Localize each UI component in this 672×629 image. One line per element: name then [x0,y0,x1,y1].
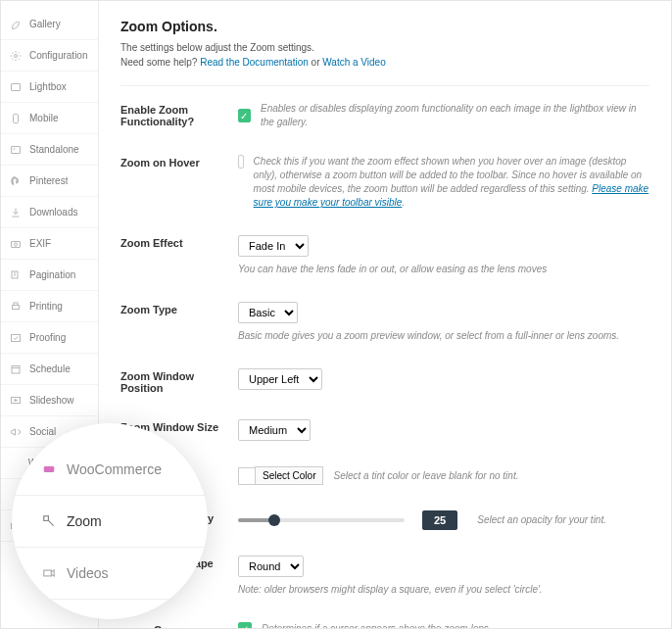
page-title: Zoom Options. [120,19,649,34]
svg-rect-3 [11,146,20,153]
sidebar-item-lightbox[interactable]: Lightbox [1,72,98,103]
sidebar-label: Pagination [29,269,75,280]
sidebar-item-schedule[interactable]: Schedule [1,354,98,385]
lens-select[interactable]: Round [238,556,304,577]
sidebar-label: Gallery [29,19,61,29]
cart-icon [9,457,21,469]
window-icon [9,80,22,93]
divider [120,85,649,86]
sidebar-item-proofing[interactable]: Proofing [1,322,98,354]
hover-checkbox[interactable] [238,155,244,169]
type-label: Zoom Type [120,302,238,343]
winpos-select[interactable]: Upper Left [238,368,322,390]
page-intro: The settings below adjust the Zoom setti… [120,40,649,70]
leaf-icon [9,18,22,30]
enable-zoom-desc: Enables or disables displaying zoom func… [261,102,649,129]
svg-point-4 [14,148,15,149]
enable-zoom-label: Enable Zoom Functionality? [120,102,238,129]
video-icon [41,565,57,581]
bubble-label: WooCommerce [67,461,162,477]
pages-icon [9,268,22,281]
svg-rect-15 [44,515,49,520]
calendar-icon [9,363,22,375]
cursor-desc: Determines if a cursor appears above the… [262,622,492,628]
svg-rect-1 [11,83,20,90]
effect-label: Zoom Effect [120,235,238,276]
opacity-desc: Select an opacity for your tint. [477,513,606,527]
sidebar-item-downloads[interactable]: Downloads [1,197,98,228]
bubble-label: Videos [67,565,109,581]
sidebar-label: EXIF [29,238,51,249]
woo-icon [41,461,57,477]
slider-handle[interactable] [268,514,280,526]
download-icon [9,206,22,218]
select-color-button[interactable]: Select Color [255,466,323,485]
sidebar-item-exif[interactable]: EXIF [1,228,98,260]
megaphone-icon [9,425,22,438]
pinterest-icon [9,174,22,187]
sidebar-label: Social [29,426,56,437]
sidebar-label: Downloads [29,207,77,218]
image-icon [9,143,22,156]
effect-select[interactable]: Fade In [238,235,309,257]
lens-desc: Note: older browsers might display a squ… [238,583,649,597]
svg-rect-11 [12,365,20,373]
sidebar-label: Configuration [29,50,87,61]
svg-point-0 [14,54,17,57]
check-icon [9,331,22,344]
sidebar-item-slideshow[interactable]: Slideshow [1,385,98,416]
sidebar-item-printing[interactable]: Printing [1,291,98,322]
tint-swatch[interactable] [238,467,256,485]
svg-rect-5 [11,241,20,247]
svg-rect-16 [44,570,52,576]
mobile-icon [9,112,22,124]
hover-desc: Check this if you want the zoom effect s… [254,155,649,210]
bubble-label: Zoom [67,513,102,529]
camera-icon [9,237,22,250]
cursor-checkbox[interactable]: ✓ [238,622,252,628]
svg-rect-14 [44,466,55,472]
video-link[interactable]: Watch a Video [322,57,385,68]
sidebar-label: Proofing [29,332,66,343]
zoom-icon [41,513,57,529]
svg-rect-2 [13,114,18,122]
svg-rect-8 [12,305,19,309]
hover-label: Zoom on Hover [120,155,238,210]
gear-icon [9,49,22,62]
svg-rect-9 [14,303,18,306]
type-desc: Basic mode gives you a zoom preview wind… [238,329,649,343]
sidebar-label: Printing [29,301,63,312]
winpos-label: Zoom Window Position [120,368,238,394]
opacity-slider[interactable] [238,518,405,522]
bubble-item-zoom[interactable]: Zoom [12,496,208,548]
sidebar-label: Schedule [29,363,71,374]
winsize-select[interactable]: Medium [238,419,311,441]
tint-desc: Select a tint color or leave blank for n… [333,469,518,483]
svg-rect-10 [11,334,20,341]
sidebar-label: Mobile [29,113,58,123]
sidebar-label: Pinterest [29,175,68,186]
sidebar-item-pinterest[interactable]: Pinterest [1,166,98,197]
sidebar-label: Standalone [29,144,79,155]
opacity-value: 25 [422,510,457,530]
docs-link[interactable]: Read the Documentation [200,57,309,68]
printer-icon [9,300,22,313]
sidebar-label: Slideshow [29,395,74,406]
sidebar-item-mobile[interactable]: Mobile [1,103,98,134]
sidebar-item-configuration[interactable]: Configuration [1,40,98,72]
effect-desc: You can have the lens fade in or out, or… [238,263,649,276]
cursor-label: Cursor [120,622,238,628]
bubble-item-woocommerce[interactable]: WooCommerce [12,444,208,496]
sidebar-label: Lightbox [29,81,67,92]
type-select[interactable]: Basic [238,302,298,323]
enable-zoom-checkbox[interactable]: ✓ [238,109,251,122]
svg-point-6 [14,243,17,246]
sidebar-item-gallery[interactable]: Gallery [1,9,98,40]
play-icon [9,394,22,407]
sidebar-zoom-callout: WooCommerce Zoom Videos [12,423,208,619]
sidebar-item-pagination[interactable]: Pagination [1,260,98,291]
sidebar-item-standalone[interactable]: Standalone [1,134,98,166]
